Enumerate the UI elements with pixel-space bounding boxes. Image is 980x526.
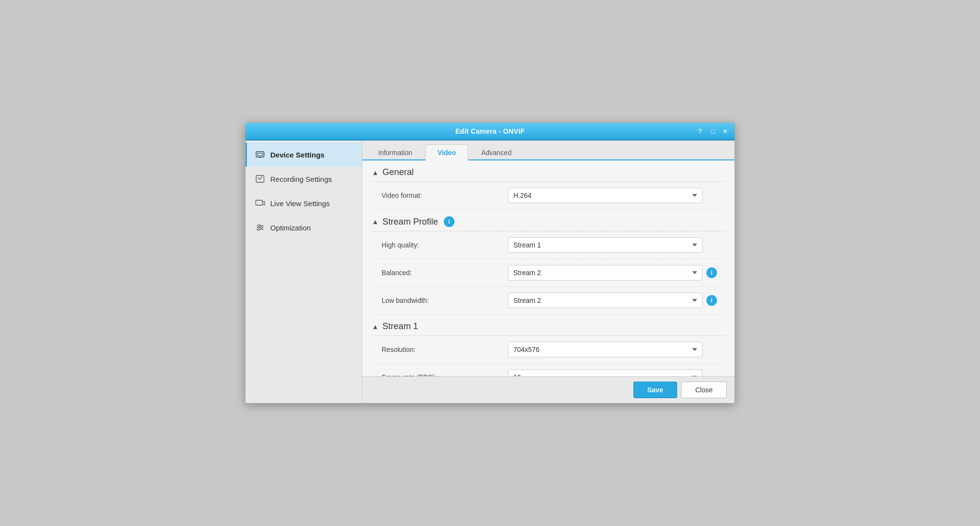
general-section-header: ▲ General [372, 160, 725, 182]
video-format-select[interactable]: H.264 H.265 MJPEG [508, 188, 702, 203]
tabs-bar: Information Video Advanced [362, 140, 735, 160]
sidebar-label-device-settings: Device Settings [270, 151, 325, 159]
high-quality-label: High quality: [372, 241, 508, 249]
close-button[interactable]: Close [681, 382, 727, 398]
scroll-content[interactable]: ▲ General Video format: H.264 H.265 MJPE… [362, 160, 735, 376]
footer: Save Close [362, 376, 735, 403]
svg-rect-1 [258, 153, 262, 156]
content-area: Device Settings Recording Settings [245, 140, 735, 403]
svg-point-9 [258, 225, 260, 227]
balanced-info-icon[interactable]: i [706, 267, 717, 278]
frame-rate-row: Frame rate (FPS): 5 10 15 20 25 30 [372, 364, 725, 376]
tab-video[interactable]: Video [425, 144, 468, 160]
high-quality-select[interactable]: Stream 1 Stream 2 Stream 3 [508, 237, 702, 253]
svg-point-10 [261, 227, 262, 228]
resolution-control-wrap: 704x576 1280x720 1920x1080 352x288 [508, 342, 725, 357]
sidebar-label-recording-settings: Recording Settings [270, 175, 332, 183]
general-chevron-icon: ▲ [372, 169, 379, 176]
save-button[interactable]: Save [633, 382, 678, 398]
high-quality-control-wrap: Stream 1 Stream 2 Stream 3 [508, 237, 725, 253]
low-bandwidth-select[interactable]: Stream 1 Stream 2 Stream 3 [508, 293, 702, 308]
help-button[interactable]: ? [695, 126, 705, 137]
balanced-row: Balanced: Stream 1 Stream 2 Stream 3 i [372, 259, 725, 287]
recording-icon [255, 174, 265, 184]
sidebar-item-optimization[interactable]: Optimization [245, 215, 362, 240]
stream1-section-header: ▲ Stream 1 [372, 315, 725, 336]
window-controls: ? □ ✕ [695, 126, 731, 137]
stream1-chevron-icon: ▲ [372, 323, 379, 331]
live-view-icon [255, 198, 265, 209]
frame-rate-control-wrap: 5 10 15 20 25 30 [508, 369, 725, 376]
balanced-control-wrap: Stream 1 Stream 2 Stream 3 i [508, 265, 725, 281]
video-format-label: Video format: [372, 192, 508, 199]
low-bandwidth-info-icon[interactable]: i [706, 295, 717, 306]
svg-rect-5 [256, 200, 262, 205]
general-section-title: General [383, 167, 414, 177]
sidebar-item-live-view-settings[interactable]: Live View Settings [245, 191, 362, 215]
high-quality-row: High quality: Stream 1 Stream 2 Stream 3 [372, 231, 725, 259]
main-panel: Information Video Advanced ▲ General Vid… [362, 140, 735, 403]
stream1-section-title: Stream 1 [383, 321, 418, 332]
tab-advanced[interactable]: Advanced [469, 144, 524, 160]
low-bandwidth-row: Low bandwidth: Stream 1 Stream 2 Stream … [372, 287, 725, 315]
stream-profile-info-icon[interactable]: i [444, 216, 455, 227]
tab-information[interactable]: Information [366, 144, 424, 160]
resolution-select[interactable]: 704x576 1280x720 1920x1080 352x288 [508, 342, 702, 357]
device-icon [255, 149, 265, 160]
svg-point-11 [258, 228, 260, 230]
sidebar-item-recording-settings[interactable]: Recording Settings [245, 167, 362, 191]
low-bandwidth-control-wrap: Stream 1 Stream 2 Stream 3 i [508, 293, 725, 308]
window-title: Edit Camera - ONVIF [455, 127, 525, 135]
edit-camera-window: Edit Camera - ONVIF ? □ ✕ Device Setting… [245, 123, 735, 403]
sidebar-label-optimization: Optimization [270, 224, 311, 232]
sidebar-label-live-view-settings: Live View Settings [270, 199, 330, 208]
optimization-icon [255, 222, 265, 233]
stream-profile-section-title: Stream Profile [383, 217, 438, 227]
stream-profile-section-header: ▲ Stream Profile i [372, 210, 725, 231]
low-bandwidth-label: Low bandwidth: [372, 297, 508, 304]
sidebar: Device Settings Recording Settings [245, 140, 362, 403]
balanced-select[interactable]: Stream 1 Stream 2 Stream 3 [508, 265, 702, 281]
frame-rate-select[interactable]: 5 10 15 20 25 30 [508, 369, 702, 376]
video-format-control-wrap: H.264 H.265 MJPEG [508, 188, 725, 203]
close-button[interactable]: ✕ [720, 126, 731, 137]
balanced-label: Balanced: [372, 269, 508, 277]
title-bar: Edit Camera - ONVIF ? □ ✕ [245, 123, 735, 140]
sidebar-item-device-settings[interactable]: Device Settings [245, 142, 362, 167]
stream-profile-chevron-icon: ▲ [372, 218, 379, 226]
maximize-button[interactable]: □ [707, 126, 718, 137]
video-format-row: Video format: H.264 H.265 MJPEG [372, 182, 725, 210]
resolution-label: Resolution: [372, 346, 508, 353]
resolution-row: Resolution: 704x576 1280x720 1920x1080 3… [372, 336, 725, 364]
